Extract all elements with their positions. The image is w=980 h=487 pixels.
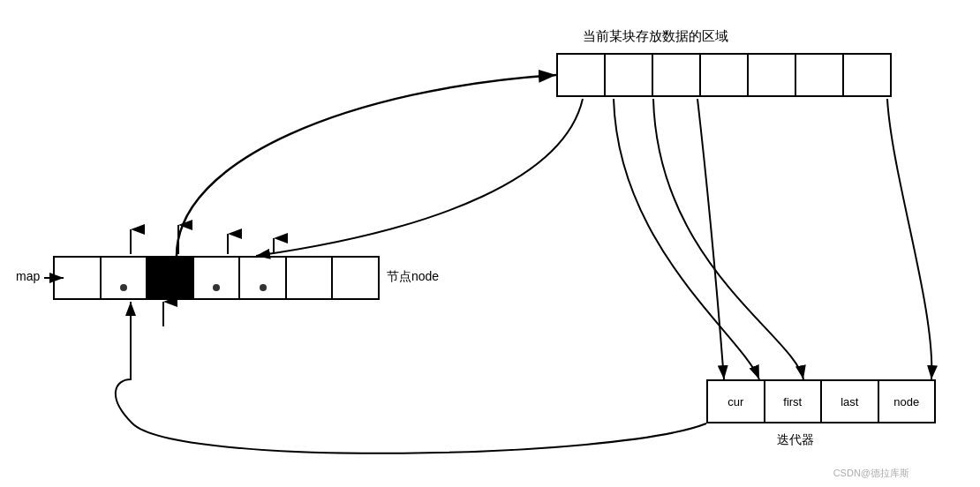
diagram-svg xyxy=(0,0,980,487)
